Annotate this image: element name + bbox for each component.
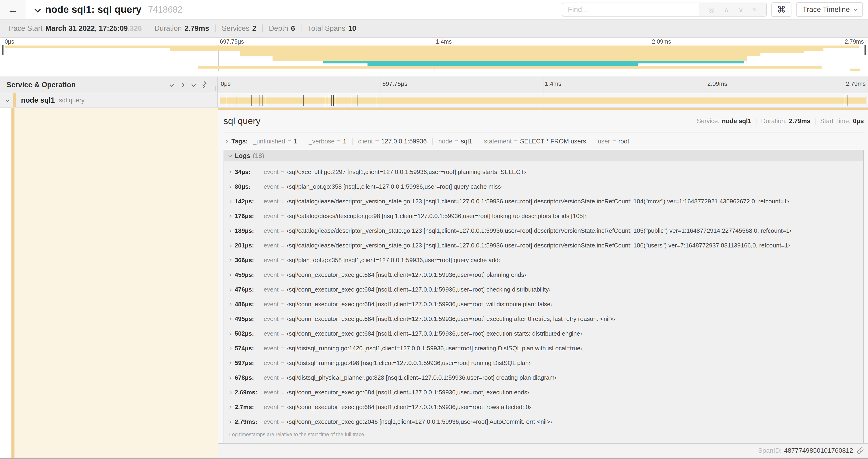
chevron-down-icon[interactable] — [5, 98, 9, 102]
log-entry[interactable]: 189μs:event=‹sql/catalog/lease/descripto… — [229, 223, 863, 238]
tag-item[interactable]: user=root — [598, 138, 629, 145]
view-selector-button[interactable]: Trace Timeline — [796, 2, 863, 17]
log-equals: = — [281, 389, 284, 396]
log-marker[interactable] — [259, 95, 259, 106]
collapse-one-icon[interactable] — [170, 84, 173, 87]
log-marker[interactable] — [335, 95, 335, 106]
summary-item: Total Spans10 — [308, 24, 356, 33]
log-entry[interactable]: 476μs:event=‹sql/conn_executor_exec.go:6… — [229, 282, 863, 297]
tick-label: 0μs — [221, 80, 230, 88]
minimap-right-handle[interactable] — [865, 45, 866, 55]
tag-item[interactable]: node=sql1 — [438, 138, 472, 145]
logs-header[interactable]: Logs (18) — [224, 150, 863, 161]
log-entry[interactable]: 495μs:event=‹sql/conn_executor_exec.go:6… — [229, 312, 863, 326]
summary-label: Trace Start — [7, 24, 42, 33]
divider — [592, 138, 592, 145]
chevron-right-icon — [228, 200, 231, 203]
tag-item[interactable]: _unfinished=1 — [253, 138, 297, 145]
log-marker[interactable] — [251, 95, 251, 106]
tag-item[interactable]: statement=SELECT * FROM users — [484, 138, 586, 145]
minimap-left-handle[interactable] — [2, 45, 3, 55]
divider — [215, 25, 216, 32]
log-marker[interactable] — [357, 95, 358, 106]
log-marker[interactable] — [325, 95, 325, 106]
log-marker[interactable] — [352, 95, 352, 106]
log-marker[interactable] — [376, 95, 376, 106]
summary-label: Depth — [269, 24, 288, 33]
prev-match-icon[interactable]: ∧ — [724, 6, 729, 14]
clear-search-icon[interactable]: × — [753, 6, 757, 13]
log-marker[interactable] — [329, 95, 329, 106]
back-button[interactable]: ← — [0, 0, 26, 19]
collapse-all-icon[interactable] — [192, 84, 195, 87]
log-entry[interactable]: 34μs:event=‹sql/exec_util.go:2297 [nsql1… — [229, 165, 863, 179]
span-row[interactable]: node sql1 sql query — [0, 93, 868, 108]
tag-item[interactable]: _verbose=1 — [309, 138, 346, 145]
log-entry[interactable]: 2.79ms:event=‹sql/conn_executor_exec.go:… — [229, 415, 863, 429]
log-field-key: event — [264, 315, 279, 323]
column-resizer[interactable] — [215, 86, 216, 91]
tags-row[interactable]: Tags: _unfinished=1_verbose=1client=127.… — [223, 138, 864, 145]
log-entry[interactable]: 597μs:event=‹sql/distsql_running.go:498 … — [229, 356, 863, 370]
trace-title-group[interactable]: node sql1: sql query 7418682 — [26, 4, 183, 15]
log-marker[interactable] — [331, 95, 332, 106]
log-entry[interactable]: 176μs:event=‹sql/catalog/descs/descripto… — [229, 209, 863, 223]
log-marker[interactable] — [847, 95, 847, 106]
log-equals: = — [281, 403, 284, 411]
log-marker[interactable] — [845, 95, 845, 106]
summary-value: 2.79ms — [185, 24, 209, 33]
log-equals: = — [281, 418, 284, 425]
log-entry[interactable]: 502μs:event=‹sql/conn_executor_exec.go:6… — [229, 326, 863, 341]
span-operation-name: sql query — [59, 97, 85, 104]
log-marker[interactable] — [262, 95, 262, 106]
summary-label: Total Spans — [308, 24, 345, 33]
log-entry[interactable]: 201μs:event=‹sql/catalog/lease/descripto… — [229, 238, 863, 253]
log-entry[interactable]: 366μs:event=‹sql/plan_opt.go:358 [nsql1,… — [229, 253, 863, 267]
summary-value: 2 — [252, 24, 256, 33]
minimap-tick-labels: 0μs697.75μs1.4ms2.09ms2.79ms — [2, 38, 866, 45]
next-match-icon[interactable]: ∨ — [738, 6, 743, 14]
log-field-value: ‹sql/conn_executor_exec.go:684 [nsql1,cl… — [287, 286, 551, 293]
log-marker[interactable] — [226, 95, 226, 106]
match-highlight-icon[interactable]: ◎ — [708, 6, 714, 14]
link-icon[interactable] — [857, 447, 864, 454]
keyboard-shortcuts-button[interactable]: ⌘ — [771, 2, 792, 17]
summary-item: Duration2.79ms — [154, 24, 209, 33]
tick-label: 697.75μs — [220, 38, 244, 45]
summary-item: Trace StartMarch 31 2022, 17:25:09.326 — [7, 24, 142, 33]
log-entry[interactable]: 486μs:event=‹sql/conn_executor_exec.go:6… — [229, 297, 863, 312]
expand-one-icon[interactable] — [181, 84, 184, 87]
log-marker[interactable] — [237, 95, 237, 106]
log-timestamp: 459μs: — [235, 271, 262, 278]
grid-line — [706, 77, 706, 93]
log-entry[interactable]: 2.7ms:event=‹sql/conn_executor_exec.go:6… — [229, 400, 863, 415]
log-field-value: ‹sql/plan_opt.go:358 [nsql1,client=127.0… — [287, 183, 503, 190]
trace-minimap[interactable] — [2, 45, 866, 71]
log-equals: = — [281, 330, 284, 337]
log-entry[interactable]: 142μs:event=‹sql/catalog/lease/descripto… — [229, 194, 863, 209]
log-entry[interactable]: 678μs:event=‹sql/distsql_physical_planne… — [229, 370, 863, 385]
log-timestamp: 142μs: — [235, 198, 262, 205]
trace-summary-bar: Trace StartMarch 31 2022, 17:25:09.326Du… — [0, 20, 868, 38]
log-field-key: event — [264, 345, 279, 352]
timeline-ruler: 0μs697.75μs1.4ms2.09ms2.79ms — [218, 77, 868, 93]
span-row-name-column[interactable]: node sql1 sql query — [0, 93, 218, 107]
chevron-right-icon — [228, 405, 231, 408]
log-timestamp: 2.79ms: — [235, 418, 262, 425]
log-timestamp: 366μs: — [235, 257, 262, 264]
log-field-key: event — [264, 301, 279, 308]
tag-item[interactable]: client=127.0.0.1:59936 — [358, 138, 427, 145]
log-marker[interactable] — [867, 95, 867, 106]
log-entry[interactable]: 2.69ms:event=‹sql/conn_executor_exec.go:… — [229, 385, 863, 400]
log-entry[interactable]: 459μs:event=‹sql/conn_executor_exec.go:6… — [229, 267, 863, 282]
log-timestamp: 574μs: — [235, 345, 262, 352]
expand-all-icon[interactable] — [203, 82, 206, 88]
log-marker[interactable] — [303, 95, 304, 106]
log-marker[interactable] — [333, 95, 334, 106]
log-entry[interactable]: 574μs:event=‹sql/distsql_running.go:1420… — [229, 341, 863, 356]
span-row-track[interactable] — [218, 93, 868, 107]
log-equals: = — [281, 257, 284, 264]
find-input[interactable] — [562, 3, 699, 16]
log-entry[interactable]: 80μs:event=‹sql/plan_opt.go:358 [nsql1,c… — [229, 179, 863, 194]
log-marker[interactable] — [265, 95, 265, 106]
